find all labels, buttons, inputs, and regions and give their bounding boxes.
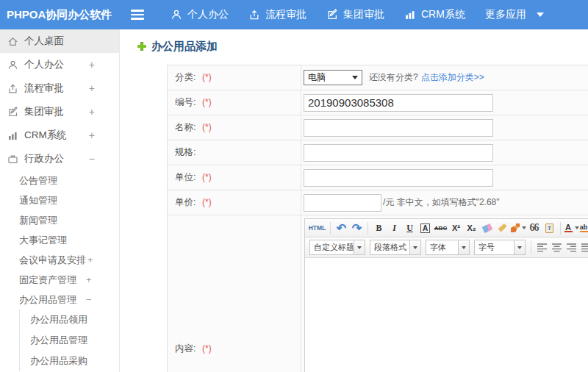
topbar: PHPOA协同办公软件 个人办公 流程审批 集团审批 CRM系统 <box>0 0 588 29</box>
nav-group-approval[interactable]: 集团审批 <box>326 8 384 21</box>
code-input[interactable] <box>304 94 493 112</box>
sidebar-item-supplies-manage[interactable]: 办公用品管理 <box>20 330 119 351</box>
nav-label: 更多应用 <box>485 8 526 21</box>
form-row-price: 单价: (*) /元 非中文，如填写格式"2.68" <box>168 190 588 215</box>
sidebar-item-meeting-mgmt[interactable]: 会议申请及安排 + <box>0 250 119 270</box>
sidebar-item-supplies-purchase[interactable]: 办公用品采购 <box>20 351 119 371</box>
sidebar-item-supplies-mgmt-group[interactable]: 办公用品管理 − <box>0 290 119 310</box>
auto-typeset-button[interactable] <box>511 221 526 235</box>
caret-down-icon <box>537 12 544 17</box>
price-input[interactable] <box>304 194 381 212</box>
page-title: 办公用品添加 <box>137 38 588 54</box>
redo-button[interactable]: ↷ <box>350 221 365 235</box>
highlight-color-button[interactable]: ab <box>580 221 588 235</box>
collapse-toggle[interactable]: − <box>89 153 95 165</box>
category-label: 分类: <box>175 72 196 82</box>
share-icon <box>248 9 260 21</box>
user-icon <box>7 60 19 71</box>
undo-button[interactable]: ↶ <box>334 221 349 235</box>
main-content: 办公用品添加 分类: (*) 电脑 还没有分类? 点击添加分类>> <box>120 29 588 372</box>
sidebar-item-desktop[interactable]: 个人桌面 <box>0 29 119 53</box>
expand-toggle[interactable]: + <box>86 274 92 285</box>
sidebar-item-events-mgmt[interactable]: 大事记管理 <box>0 230 119 250</box>
font-color-button[interactable]: A <box>564 221 579 235</box>
category-select[interactable]: 电脑 <box>304 70 362 85</box>
align-center-button[interactable] <box>550 240 564 255</box>
edit-icon <box>7 107 19 118</box>
collapse-toggle[interactable]: − <box>86 294 92 305</box>
toolbar-separator <box>560 222 561 235</box>
form-row-unit: 单位: (*) <box>168 165 588 190</box>
spec-input[interactable] <box>304 144 493 162</box>
user-icon <box>171 9 182 21</box>
expand-toggle[interactable]: + <box>87 254 93 265</box>
strikethrough-button[interactable]: ABC <box>434 221 448 235</box>
sidebar-item-label: 固定资产管理 <box>19 273 76 287</box>
sidebar-item-notice-mgmt[interactable]: 通知管理 <box>0 190 119 210</box>
align-justify-button[interactable] <box>579 240 588 255</box>
sidebar-item-admin-office[interactable]: 行政办公 − <box>0 147 119 171</box>
plus-icon <box>137 42 146 51</box>
sidebar-item-news-mgmt[interactable]: 新闻管理 <box>0 210 119 230</box>
edit-icon <box>326 9 338 21</box>
nav-label: 流程审批 <box>265 8 306 21</box>
sidebar-item-asset-mgmt[interactable]: 固定资产管理 + <box>0 270 119 290</box>
form-row-category: 分类: (*) 电脑 还没有分类? 点击添加分类>> <box>168 65 588 90</box>
nav-personal-office[interactable]: 个人办公 <box>171 8 229 21</box>
sidebar-item-announcement-mgmt[interactable]: 公告管理 <box>0 171 119 190</box>
sidebar-item-label: 新闻管理 <box>19 214 57 227</box>
hamburger-menu-icon[interactable] <box>131 10 144 20</box>
blockquote-button[interactable]: 66 <box>527 221 542 235</box>
sidebar-item-label: 通知管理 <box>19 194 57 207</box>
expand-toggle[interactable]: + <box>89 59 95 71</box>
italic-button[interactable]: I <box>387 221 402 235</box>
sidebar-item-group-approval[interactable]: 集团审批 + <box>0 100 119 124</box>
editor-content[interactable] <box>305 258 588 372</box>
add-category-link[interactable]: 点击添加分类>> <box>421 71 484 84</box>
sidebar-item-workflow-approval[interactable]: 流程审批 + <box>0 76 119 100</box>
custom-title-dropdown[interactable]: 自定义标题 <box>309 240 365 255</box>
source-code-button[interactable]: HTML <box>308 221 327 235</box>
name-input[interactable] <box>304 119 493 137</box>
sidebar-item-label: 办公用品采购 <box>30 354 87 368</box>
briefcase-icon <box>7 154 19 165</box>
subscript-button[interactable]: X₂ <box>465 221 479 235</box>
caret-down-icon <box>575 226 579 229</box>
brush-icon <box>498 223 507 232</box>
nav-more-apps[interactable]: 更多应用 <box>485 8 544 21</box>
nav-workflow-approval[interactable]: 流程审批 <box>248 8 306 21</box>
unit-input[interactable] <box>304 169 493 187</box>
eraser-icon <box>481 223 492 232</box>
expand-toggle[interactable]: + <box>89 106 95 118</box>
caret-down-icon <box>458 240 469 254</box>
eraser-button[interactable] <box>480 221 495 235</box>
font-size-dropdown[interactable]: 字号 <box>474 240 526 255</box>
supplies-add-form: 分类: (*) 电脑 还没有分类? 点击添加分类>> 编号 <box>167 65 588 372</box>
align-left-button[interactable] <box>535 240 549 255</box>
spec-label: 规格: <box>175 147 196 157</box>
bar-chart-icon <box>7 130 19 141</box>
nav-crm-system[interactable]: CRM系统 <box>404 8 465 21</box>
paste-button[interactable]: T <box>542 221 557 235</box>
sidebar-item-personal-office[interactable]: 个人办公 + <box>0 53 119 76</box>
font-border-button[interactable]: A <box>418 221 433 235</box>
highlight-icon: ab <box>580 223 588 232</box>
sidebar-item-label: CRM系统 <box>24 129 67 142</box>
paragraph-format-dropdown[interactable]: 段落格式 <box>370 240 421 255</box>
toolbar-separator <box>531 241 531 254</box>
superscript-button[interactable]: X² <box>449 221 464 235</box>
price-format-hint: /元 非中文，如填写格式"2.68" <box>383 196 500 209</box>
sidebar-item-label: 公告管理 <box>19 174 57 187</box>
format-brush-button[interactable] <box>495 221 510 235</box>
underline-button[interactable]: U <box>403 221 417 235</box>
align-right-button[interactable] <box>564 240 578 255</box>
clipboard-icon: T <box>545 223 553 233</box>
bold-button[interactable]: B <box>372 221 387 235</box>
expand-toggle[interactable]: + <box>89 129 95 141</box>
form-row-name: 名称: (*) <box>168 115 588 140</box>
required-mark: (*) <box>202 172 212 182</box>
font-family-dropdown[interactable]: 字体 <box>426 240 470 255</box>
expand-toggle[interactable]: + <box>89 82 95 94</box>
sidebar-item-crm[interactable]: CRM系统 + <box>0 124 119 147</box>
sidebar-item-supplies-receive[interactable]: 办公用品领用 <box>20 310 119 330</box>
